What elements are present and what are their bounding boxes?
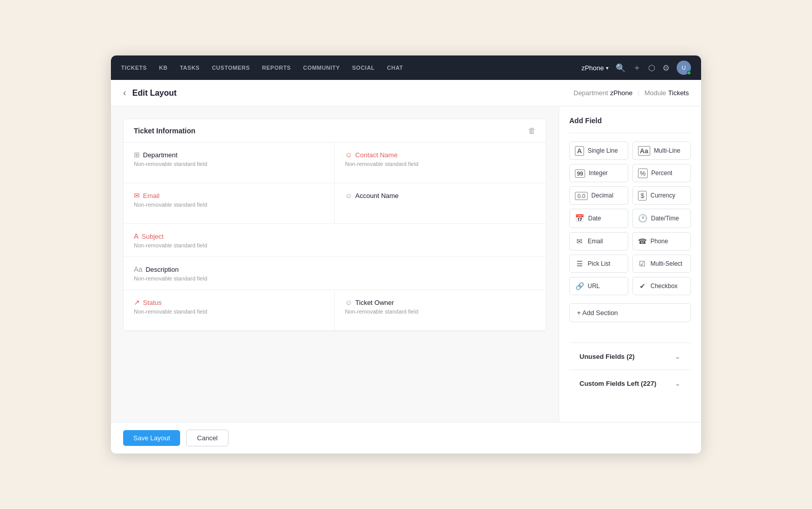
share-icon[interactable]: ⬡	[648, 63, 655, 73]
nav-item-reports[interactable]: REPORTS	[262, 63, 291, 73]
account_name-label: Account Name	[355, 192, 398, 200]
nav-items: TICKETSKBTASKSCUSTOMERSREPORTSCOMMUNITYS…	[121, 63, 582, 73]
status-gear-icon[interactable]: ⚙	[322, 296, 328, 304]
field-type-label: Checkbox	[651, 282, 678, 290]
field-type-label: Single Line	[588, 147, 618, 154]
ticket_owner-icon: ☺	[345, 298, 352, 306]
nav-item-kb[interactable]: KB	[159, 63, 168, 73]
phone-icon: ☎	[638, 237, 647, 245]
back-button[interactable]: ‹	[123, 88, 126, 98]
field-department: ⊞ Department Non-removable standard fiel…	[124, 143, 335, 183]
status-settings-icon[interactable]: ⚙	[313, 296, 319, 304]
field-type-date-time[interactable]: 🕐Date/Time	[632, 209, 691, 228]
field-description: Aa Description Non-removable standard fi…	[124, 257, 546, 290]
nav-item-customers[interactable]: CUSTOMERS	[212, 63, 250, 73]
field-type-url[interactable]: 🔗URL	[569, 277, 628, 295]
multi-line-icon: Aa	[638, 147, 651, 155]
nav-item-chat[interactable]: CHAT	[387, 63, 403, 73]
breadcrumb: Department zPhone | Module Tickets	[573, 89, 689, 97]
field-type-integer[interactable]: 99Integer	[569, 164, 628, 182]
email-settings-icon[interactable]: ⚙	[313, 189, 319, 197]
multi-select-icon: ☑	[638, 260, 647, 268]
email-label: Email	[143, 192, 160, 200]
field-subject: A Subject Non-removable standard field	[124, 224, 546, 257]
fields-grid: ⊞ Department Non-removable standard fiel…	[124, 143, 546, 331]
department-gear-icon[interactable]: ⚙	[322, 149, 328, 156]
nav-brand[interactable]: zPhone ▾	[582, 64, 608, 72]
subject-icon: A	[134, 232, 138, 240]
avatar[interactable]: U	[677, 61, 691, 75]
contact_name-label: Contact Name	[355, 151, 397, 159]
percent-icon: %	[638, 169, 648, 177]
nav-item-social[interactable]: SOCIAL	[352, 63, 375, 73]
section-card: Ticket Information 🗑 ⊞ Department Non-re…	[123, 119, 546, 331]
unused-fields-accordion[interactable]: Unused Fields (2) ⌄	[569, 343, 691, 370]
panel-divider	[569, 133, 691, 133]
nav-item-community[interactable]: COMMUNITY	[303, 63, 340, 73]
save-layout-button[interactable]: Save Layout	[123, 430, 180, 446]
field-type-label: Email	[588, 238, 603, 245]
status-sublabel: Non-removable standard field	[134, 308, 324, 315]
email-icon: ✉	[575, 237, 584, 245]
page-header: ‹ Edit Layout Department zPhone | Module…	[111, 80, 701, 106]
email-sublabel: Non-removable standard field	[134, 202, 324, 208]
nav-item-tasks[interactable]: TASKS	[180, 63, 199, 73]
field-type-label: Decimal	[591, 192, 613, 199]
department-settings-icon[interactable]: ⚙	[313, 149, 319, 156]
currency-icon: $	[638, 191, 647, 200]
field-type-percent[interactable]: %Percent	[632, 164, 691, 182]
field-account_name: ☺ Account Name	[335, 183, 546, 224]
search-icon[interactable]: 🔍	[616, 63, 626, 73]
field-type-multi-select[interactable]: ☑Multi-Select	[632, 254, 691, 273]
field-type-decimal[interactable]: 0.0Decimal	[569, 186, 628, 205]
checkbox-icon: ✔	[638, 282, 647, 290]
ticket_owner-label: Ticket Owner	[355, 299, 394, 306]
online-status-dot	[687, 71, 691, 75]
field-type-single-line[interactable]: ASingle Line	[569, 142, 628, 160]
description-label: Description	[146, 266, 179, 273]
description-icon: Aa	[134, 265, 142, 273]
page-title: Edit Layout	[132, 89, 573, 98]
unused-fields-chevron: ⌄	[675, 352, 681, 360]
editor-area: Ticket Information 🗑 ⊞ Department Non-re…	[111, 106, 559, 422]
custom-fields-chevron: ⌄	[675, 379, 681, 387]
field-type-label: Date/Time	[651, 215, 679, 222]
pick list-icon: ☰	[575, 260, 584, 268]
top-nav: TICKETSKBTASKSCUSTOMERSREPORTSCOMMUNITYS…	[111, 55, 701, 80]
custom-fields-accordion[interactable]: Custom Fields Left (227) ⌄	[569, 370, 691, 397]
subject-sublabel: Non-removable standard field	[134, 242, 536, 248]
email-gear-icon[interactable]: ⚙	[322, 189, 328, 197]
field-type-phone[interactable]: ☎Phone	[632, 232, 691, 250]
delete-section-button[interactable]: 🗑	[528, 126, 536, 135]
description-sublabel: Non-removable standard field	[134, 275, 536, 281]
account_name-icon: ☺	[345, 191, 352, 200]
cancel-button[interactable]: Cancel	[186, 430, 228, 446]
date/time-icon: 🕐	[638, 214, 648, 223]
field-contact_name: ☺ Contact Name Non-removable standard fi…	[335, 143, 546, 183]
section-title: Ticket Information	[134, 127, 195, 135]
module-label: Module	[645, 89, 666, 97]
field-type-label: Date	[588, 215, 601, 222]
brand-label: zPhone	[582, 64, 604, 72]
status-icon: ↗	[134, 298, 140, 306]
field-type-label: Pick List	[588, 260, 611, 267]
field-type-email[interactable]: ✉Email	[569, 232, 628, 250]
add-section-button[interactable]: + Add Section	[569, 303, 691, 322]
field-type-currency[interactable]: $Currency	[632, 186, 691, 205]
settings-icon[interactable]: ⚙	[662, 63, 670, 73]
field-type-checkbox[interactable]: ✔Checkbox	[632, 277, 691, 295]
main-layout: Ticket Information 🗑 ⊞ Department Non-re…	[111, 106, 701, 422]
field-type-label: Currency	[651, 192, 676, 199]
field-type-pick-list[interactable]: ☰Pick List	[569, 254, 628, 273]
ticket_owner-sublabel: Non-removable standard field	[345, 308, 536, 315]
department-label: Department	[143, 151, 178, 159]
field-ticket_owner: ☺ Ticket Owner Non-removable standard fi…	[335, 290, 546, 331]
footer-bar: Save Layout Cancel	[111, 422, 701, 454]
field-type-date[interactable]: 📅Date	[569, 209, 628, 228]
add-icon[interactable]: ＋	[633, 63, 641, 73]
date-icon: 📅	[575, 214, 585, 223]
field-type-label: Multi-Select	[651, 260, 683, 267]
nav-item-tickets[interactable]: TICKETS	[121, 63, 147, 73]
add-section-label: + Add Section	[577, 309, 618, 317]
field-type-multi-line[interactable]: AaMulti-Line	[632, 142, 691, 160]
